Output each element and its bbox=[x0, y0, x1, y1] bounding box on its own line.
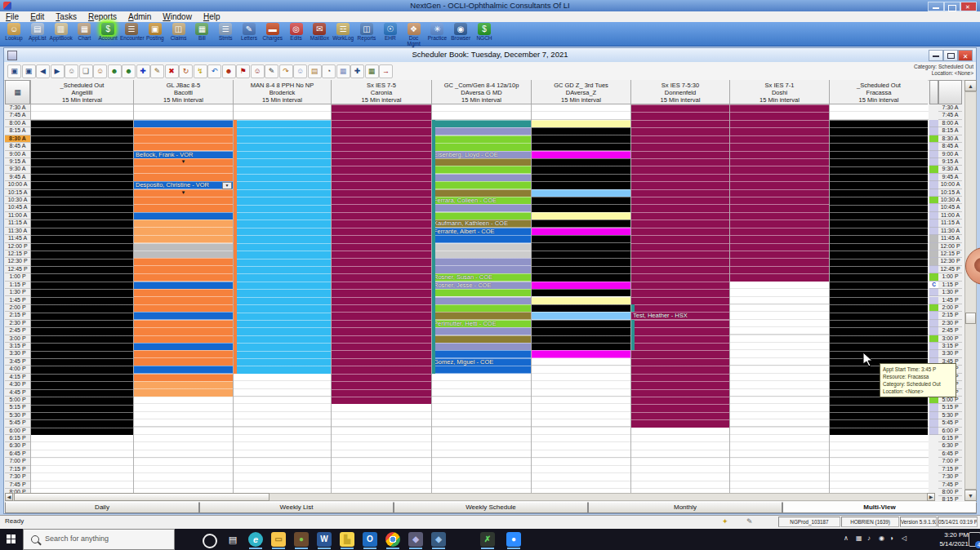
schedule-block[interactable] bbox=[134, 282, 233, 289]
schedtool-move-patient[interactable]: ☻ bbox=[108, 64, 122, 78]
appointment-block[interactable]: Rosner, Jesse - COE bbox=[432, 282, 531, 289]
schedule-column-daversa-g-md[interactable]: Eisenberg, Lloyd - COEFerrara, Colleen -… bbox=[431, 104, 531, 494]
schedtool-exit[interactable]: → bbox=[379, 64, 393, 78]
keepass-icon[interactable]: ● bbox=[294, 532, 309, 547]
menu-edit[interactable]: Edit bbox=[24, 11, 50, 22]
toolbar-bill[interactable]: ▦Bill bbox=[190, 23, 213, 45]
column-header-doshi[interactable]: Sx IES 7-1Doshi15 Min interval bbox=[729, 80, 829, 104]
schedtool-rebook-appointment[interactable]: ↻ bbox=[179, 64, 193, 78]
schedule-block[interactable] bbox=[134, 381, 233, 397]
schedtool-patient-lookup[interactable]: ☺ bbox=[65, 64, 78, 78]
schedule-block[interactable] bbox=[432, 335, 531, 343]
toolbar-practice[interactable]: ✳Practice bbox=[425, 23, 448, 45]
schedtool-copy-appointment[interactable]: ❏ bbox=[79, 64, 93, 78]
toolbar-browser[interactable]: ◉Browser bbox=[449, 23, 472, 45]
menu-reports[interactable]: Reports bbox=[82, 11, 122, 22]
expand-marker-icon[interactable]: ▼ bbox=[134, 158, 233, 166]
outlook-icon[interactable]: O bbox=[363, 532, 377, 547]
toolbar-claims[interactable]: ◫Claims bbox=[167, 23, 190, 45]
schedule-block[interactable] bbox=[432, 235, 531, 242]
schedule-block[interactable] bbox=[631, 104, 729, 428]
schedule-block[interactable] bbox=[31, 120, 133, 435]
schedule-block[interactable] bbox=[432, 350, 531, 357]
appointment-block[interactable]: Kaufmann, Kathleen - COE bbox=[432, 220, 531, 227]
onedrive-icon[interactable]: ▦ bbox=[856, 534, 862, 542]
schedule-block[interactable] bbox=[532, 282, 630, 289]
toolbar-charges[interactable]: ▬Charges bbox=[261, 23, 284, 45]
microphone-icon[interactable]: ♪ bbox=[867, 534, 871, 542]
schedule-block[interactable] bbox=[532, 320, 630, 351]
schedule-block[interactable] bbox=[532, 120, 630, 127]
close-button[interactable]: ✕ bbox=[960, 2, 977, 11]
column-header-donnenfeld[interactable]: Sx IES 7-5:30Donnenfeld15 Min interval bbox=[630, 80, 729, 104]
scroll-right-button[interactable]: ▶ bbox=[927, 493, 935, 501]
schedule-block[interactable] bbox=[432, 366, 531, 373]
schedule-block[interactable] bbox=[432, 258, 531, 273]
chrome-icon[interactable] bbox=[385, 532, 400, 547]
schedule-block[interactable] bbox=[532, 220, 630, 227]
schedule-column-bacotti[interactable]: Bellock, Frank - VOR▼Desposito, Christin… bbox=[133, 104, 233, 494]
schedule-block[interactable] bbox=[432, 212, 531, 220]
appointment-block[interactable]: Ferrara, Colleen - COE bbox=[432, 197, 531, 204]
schedule-block[interactable] bbox=[532, 158, 630, 189]
schedtool-patient-info[interactable]: ☺ bbox=[251, 64, 265, 78]
schedule-block[interactable] bbox=[432, 297, 531, 304]
toolbar-edits[interactable]: ◎Edits bbox=[285, 23, 308, 45]
toolbar-lookup[interactable]: ☺Lookup bbox=[2, 23, 25, 45]
schedule-block[interactable]: ▼ bbox=[134, 189, 233, 197]
column-header-bacotti[interactable]: GL JBac 8-5Bacotti15 Min interval bbox=[133, 80, 233, 104]
schedule-block[interactable] bbox=[134, 220, 233, 242]
schedule-block[interactable] bbox=[134, 312, 233, 319]
schedtool-grid-view[interactable]: ▦ bbox=[336, 64, 350, 78]
appointment-block[interactable]: Eisenberg, Lloyd - COE bbox=[432, 151, 531, 158]
appointment-block[interactable]: Ferrante, Albert - COE bbox=[432, 228, 531, 235]
scroll-left-button[interactable]: ◀ bbox=[5, 493, 13, 501]
scroll-down-button[interactable]: ▼ bbox=[964, 490, 977, 501]
vertical-scrollbar[interactable] bbox=[964, 91, 977, 490]
column-header-daversa-g-md[interactable]: GC _Com/Gen 8-4 12a/10pDAversa G MD15 Mi… bbox=[431, 80, 531, 104]
schedule-block[interactable] bbox=[532, 212, 630, 220]
schedule-block[interactable] bbox=[432, 166, 531, 173]
schedule-block[interactable] bbox=[432, 312, 531, 319]
app-blue-icon[interactable]: ◈ bbox=[431, 532, 446, 547]
toolbar-chart[interactable]: ▦Chart bbox=[73, 23, 96, 45]
schedule-block[interactable] bbox=[134, 166, 233, 181]
schedule-block[interactable] bbox=[432, 243, 531, 259]
select-all-corner-button[interactable]: ▦ bbox=[5, 80, 30, 104]
zoom-icon[interactable]: ● bbox=[506, 532, 521, 547]
schedule-block[interactable] bbox=[134, 243, 233, 259]
column-header-broderick[interactable]: MAN 8-4 8 PPH No NPBroderick15 Min inter… bbox=[233, 80, 331, 104]
schedtool-flag[interactable]: ⚑ bbox=[236, 64, 250, 78]
schedule-block[interactable] bbox=[532, 289, 630, 296]
schedule-block[interactable] bbox=[532, 235, 630, 282]
schedule-block[interactable] bbox=[432, 120, 435, 374]
toolbar-ngch[interactable]: $NGCH bbox=[473, 23, 496, 45]
appointment-block[interactable]: Test, Heather - HSX bbox=[631, 312, 729, 319]
schedule-block[interactable] bbox=[432, 289, 531, 296]
schedule-column-fracassa[interactable] bbox=[829, 104, 928, 494]
toolbar-mailbox[interactable]: ✉MailBox bbox=[308, 23, 331, 45]
expand-marker-icon[interactable]: ▼ bbox=[134, 189, 233, 197]
schedule-block[interactable] bbox=[134, 374, 233, 381]
schedule-grid[interactable]: Bellock, Frank - VOR▼Desposito, Christin… bbox=[30, 104, 929, 494]
schedtool-recurring-appointment[interactable]: ☻ bbox=[122, 64, 136, 78]
schedtool-express-book[interactable]: ↯ bbox=[194, 64, 207, 78]
appointment-block[interactable]: Rosner, Susan - COE bbox=[432, 273, 531, 281]
tab-daily[interactable]: Daily bbox=[5, 502, 199, 513]
schedule-column-daversa-z[interactable] bbox=[531, 104, 630, 494]
toolbar-reports[interactable]: ◫Reports bbox=[355, 23, 378, 45]
hidden-icons-chevron[interactable]: ∧ bbox=[844, 534, 849, 542]
menu-tasks[interactable]: Tasks bbox=[50, 11, 82, 22]
minimize-button[interactable] bbox=[928, 2, 944, 11]
taskbar-clock[interactable]: 3:20 PM 5/14/2021 bbox=[926, 530, 969, 548]
scheduler-minimize-button[interactable] bbox=[929, 50, 943, 61]
menu-help[interactable]: Help bbox=[198, 11, 226, 22]
schedule-block[interactable] bbox=[134, 320, 233, 343]
schedtool-find-patient[interactable]: ☺ bbox=[93, 64, 107, 78]
toolbar-letters[interactable]: ✎Letters bbox=[238, 23, 261, 45]
schedtool-patient-alert[interactable]: ☻ bbox=[222, 64, 236, 78]
schedtool-prev-date[interactable]: ◀ bbox=[36, 64, 50, 78]
column-header-angelilli[interactable]: _Scheduled OutAngelilli15 Min interval bbox=[30, 80, 133, 104]
tab-weekly-schedule[interactable]: Weekly Schedule bbox=[394, 502, 588, 513]
schedtool-notes[interactable]: ✎ bbox=[265, 64, 278, 78]
